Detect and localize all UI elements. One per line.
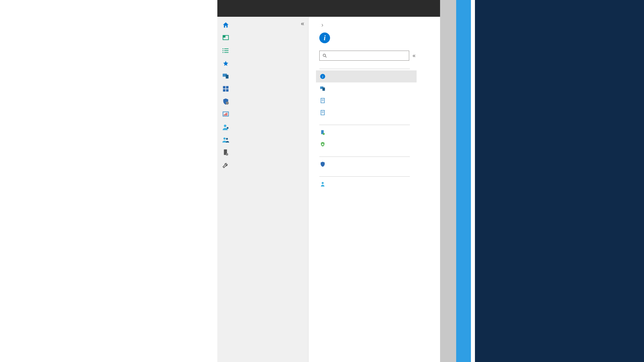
- section-heading-setup: [319, 155, 410, 157]
- menu-collapse-icon[interactable]: «: [413, 53, 416, 59]
- svg-point-14: [226, 102, 229, 105]
- reports-icon: [222, 111, 229, 118]
- svg-rect-16: [224, 114, 225, 116]
- tenant-admin-icon: [222, 149, 229, 156]
- strip-white: [471, 0, 475, 362]
- svg-text:i: i: [322, 75, 323, 78]
- strip-grey: [440, 0, 456, 362]
- menu-item-defender-atp[interactable]: [316, 158, 417, 170]
- chevron-right-icon: ›: [321, 21, 323, 28]
- menu-item-overview[interactable]: i: [316, 70, 417, 82]
- lock-shield-icon: [319, 141, 326, 148]
- menu-item-security-tasks[interactable]: [316, 107, 417, 119]
- section-heading-overview: [319, 67, 410, 69]
- group-icon: [222, 136, 229, 143]
- svg-rect-11: [226, 86, 228, 88]
- decorative-side-strips: [440, 0, 644, 362]
- sidebar-item-devices[interactable]: [217, 70, 308, 82]
- list-icon: [222, 47, 229, 54]
- device-compliance-icon: [319, 129, 326, 136]
- svg-line-26: [325, 56, 327, 58]
- sidebar-item-troubleshooting[interactable]: [217, 159, 308, 172]
- page-title-row: i: [319, 33, 440, 43]
- svg-point-7: [222, 52, 223, 53]
- menu-item-security-baselines[interactable]: [316, 95, 417, 107]
- breadcrumb: ›: [319, 21, 440, 28]
- search-icon: [322, 53, 327, 58]
- section-heading-help: [319, 175, 410, 177]
- svg-point-21: [223, 137, 225, 139]
- svg-point-6: [222, 50, 223, 51]
- svg-rect-17: [225, 113, 226, 115]
- sidebar-item-groups[interactable]: [217, 133, 308, 146]
- svg-rect-10: [223, 86, 225, 88]
- slide-text-panel: [0, 0, 217, 362]
- svg-point-5: [222, 48, 223, 49]
- app-window: «: [217, 0, 440, 362]
- sidebar-collapse-icon[interactable]: «: [301, 20, 304, 27]
- strip-blue: [456, 0, 471, 362]
- user-icon: [222, 123, 229, 131]
- sidebar-item-users[interactable]: [217, 121, 308, 133]
- app-header: [217, 0, 440, 17]
- shield-icon: [319, 161, 326, 168]
- svg-point-25: [323, 54, 325, 56]
- sidebar-item-all-services[interactable]: [217, 44, 308, 57]
- menu-item-conditional-access[interactable]: [316, 138, 417, 150]
- main-content: › i « i: [309, 17, 440, 362]
- sidebar-item-reports[interactable]: [217, 108, 308, 121]
- svg-rect-9: [226, 75, 228, 78]
- svg-point-19: [224, 125, 226, 127]
- svg-rect-12: [223, 89, 225, 92]
- devices-icon: [222, 72, 229, 80]
- search-input[interactable]: [330, 53, 406, 59]
- svg-rect-30: [322, 87, 325, 91]
- info-icon: i: [319, 73, 326, 80]
- sidebar-item-dashboard[interactable]: [217, 32, 308, 44]
- sidebar-item-endpoint-security[interactable]: [217, 95, 308, 108]
- sidebar-item-tenant-admin[interactable]: [217, 146, 308, 159]
- sidebar-item-apps[interactable]: [217, 82, 308, 95]
- wrench-icon: [222, 162, 229, 169]
- svg-rect-13: [226, 89, 228, 92]
- search-input-wrapper[interactable]: [319, 51, 409, 61]
- home-icon: [222, 21, 229, 29]
- menu-item-all-devices[interactable]: [316, 82, 417, 95]
- svg-rect-39: [322, 144, 324, 145]
- document-icon: [319, 109, 326, 116]
- info-icon: i: [319, 33, 330, 43]
- strip-navy: [475, 0, 644, 362]
- shield-icon: [222, 98, 229, 105]
- dashboard-icon: [222, 34, 229, 42]
- support-icon: [319, 181, 326, 187]
- svg-point-20: [227, 127, 229, 129]
- svg-rect-18: [226, 113, 227, 115]
- apps-icon: [222, 85, 229, 93]
- section-heading-manage: [319, 123, 410, 125]
- star-icon: [222, 60, 229, 67]
- svg-point-38: [323, 133, 325, 135]
- menu-item-help-support[interactable]: [316, 178, 417, 190]
- document-icon: [319, 97, 326, 104]
- sidebar-item-home[interactable]: [217, 19, 308, 32]
- sidebar: «: [217, 17, 309, 362]
- svg-point-22: [226, 138, 228, 140]
- svg-point-40: [322, 182, 324, 184]
- menu-item-device-compliance[interactable]: [316, 126, 417, 138]
- svg-rect-1: [223, 36, 225, 38]
- devices-icon: [319, 85, 326, 92]
- sidebar-favorites-heading: [217, 57, 308, 70]
- svg-point-24: [226, 153, 228, 156]
